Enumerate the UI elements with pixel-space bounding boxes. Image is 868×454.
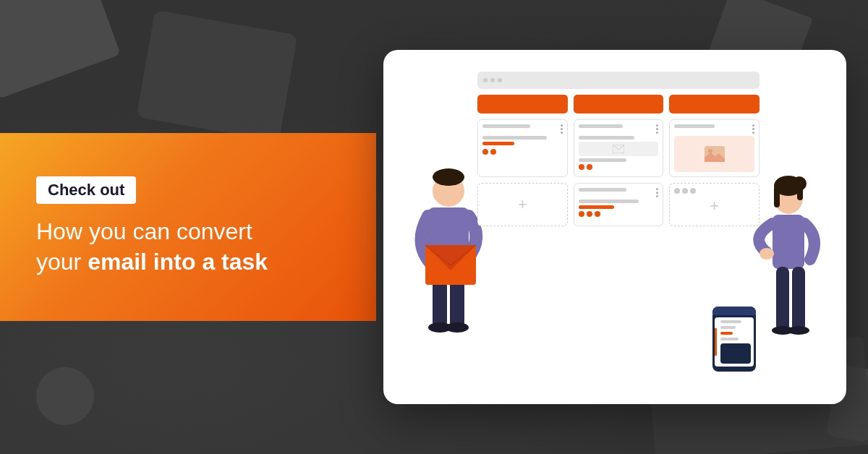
background: Check out How you can convert your email… xyxy=(0,0,868,454)
mock-card-4 xyxy=(574,183,664,226)
mock-card-3 xyxy=(669,119,760,177)
card-line xyxy=(482,124,530,128)
svg-point-16 xyxy=(792,176,807,191)
topbar-dot xyxy=(490,78,495,82)
card-dot xyxy=(482,149,488,155)
cards-row-2: + xyxy=(477,183,760,226)
svg-rect-14 xyxy=(774,186,780,207)
cards-row-1 xyxy=(477,119,760,177)
svg-point-18 xyxy=(760,248,774,260)
mock-plus-2[interactable]: + xyxy=(669,183,760,226)
phone-mini xyxy=(712,307,756,372)
card-accent xyxy=(482,142,514,145)
orange-banner: Check out How you can convert your email… xyxy=(0,133,376,321)
mock-card-2 xyxy=(574,119,664,177)
bg-coffee xyxy=(36,367,94,425)
svg-point-1 xyxy=(433,168,464,186)
main-heading: How you can convert your email into a ta… xyxy=(36,217,340,277)
col-header-2 xyxy=(574,95,664,113)
heading-line2-normal: your xyxy=(36,249,88,275)
mock-plus-1[interactable]: + xyxy=(477,183,568,226)
ui-mockup: + xyxy=(477,72,760,375)
illustration-card: + xyxy=(383,50,846,404)
mock-card-1 xyxy=(477,119,568,177)
column-headers xyxy=(477,95,760,113)
heading-line2-bold: email into a task xyxy=(88,249,268,275)
topbar-dot xyxy=(483,78,488,82)
col-header-3 xyxy=(669,95,760,113)
col-header-1 xyxy=(477,95,568,113)
check-out-badge: Check out xyxy=(36,176,136,204)
card-inner: + xyxy=(383,50,846,404)
card-line xyxy=(482,136,547,140)
character-right xyxy=(752,166,825,382)
heading-line1: How you can convert xyxy=(36,218,252,244)
topbar-dot xyxy=(498,78,502,82)
card-dot xyxy=(490,149,496,155)
svg-point-6 xyxy=(446,322,469,333)
svg-rect-20 xyxy=(792,267,805,332)
svg-rect-19 xyxy=(776,267,789,332)
svg-point-22 xyxy=(788,326,809,335)
mockup-topbar xyxy=(477,72,760,89)
